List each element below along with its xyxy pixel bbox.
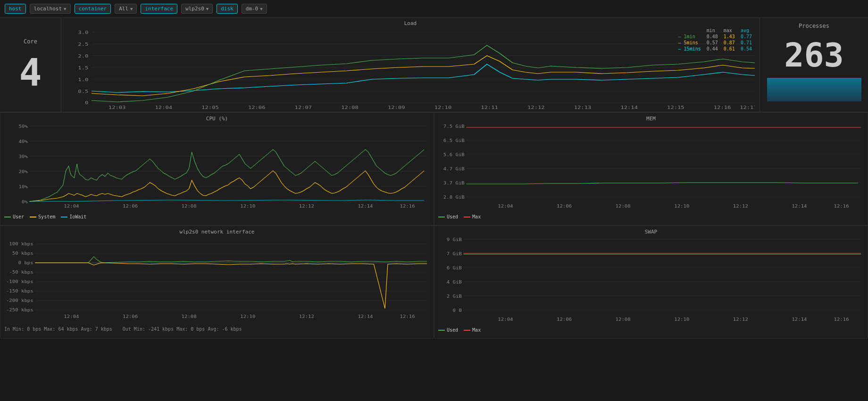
svg-text:12:08: 12:08 <box>616 204 631 209</box>
disk-text: disk <box>221 6 234 12</box>
svg-text:12:10: 12:10 <box>674 204 689 209</box>
svg-text:12:12: 12:12 <box>527 105 545 110</box>
mem-used-color <box>438 217 445 217</box>
svg-text:12:06: 12:06 <box>557 317 572 322</box>
dm0-dropdown[interactable]: dm-0 ▼ <box>242 4 267 14</box>
disk-label[interactable]: disk <box>217 4 238 14</box>
svg-text:12:07: 12:07 <box>295 105 312 110</box>
mem-max-label: Max <box>472 214 481 219</box>
svg-text:12:16: 12:16 <box>400 204 415 209</box>
svg-text:12:06: 12:06 <box>123 204 138 209</box>
swap-panel: SWAP 9 GiB 7 GiB 6 GiB 4 GiB 2 GiB 0 B 1… <box>434 226 868 339</box>
load-panel: Load 3.0 2.5 2.0 1.5 1.0 0.5 0 12:03 12:… <box>61 18 760 112</box>
svg-text:12:08: 12:08 <box>182 204 197 209</box>
processes-panel: Processes 263 <box>760 18 868 112</box>
svg-text:100 kbps: 100 kbps <box>9 242 33 246</box>
svg-text:12:12: 12:12 <box>299 314 314 319</box>
mem-legend-used: Used <box>438 214 458 219</box>
svg-text:-250 kbps: -250 kbps <box>6 308 33 312</box>
svg-text:50 kbps: 50 kbps <box>12 251 33 256</box>
core-title: Core <box>24 38 37 45</box>
mem-title: MEM <box>438 116 864 122</box>
network-legend: In Min: 0 bps Max: 64 kbps Avg: 7 kbps O… <box>4 326 430 332</box>
localhost-dropdown[interactable]: localhost ▼ <box>30 4 71 14</box>
svg-text:40%: 40% <box>19 139 28 144</box>
load-legend: min max avg — 1min 0.48 1.43 0.77 — 5min… <box>676 27 755 52</box>
mem-legend: Used Max <box>438 214 864 219</box>
cpu-legend-iowait: IoWait <box>61 214 86 219</box>
svg-text:12:04: 12:04 <box>64 204 79 209</box>
localhost-value: localhost <box>34 6 62 12</box>
svg-text:12:05: 12:05 <box>201 105 219 110</box>
cpu-panel: CPU (%) 50% 40% 30% 20% 10% 0% 12:04 12:… <box>0 112 434 226</box>
svg-text:0%: 0% <box>22 200 28 204</box>
svg-text:12:04: 12:04 <box>498 204 513 209</box>
svg-text:7 GiB: 7 GiB <box>447 251 462 256</box>
host-label[interactable]: host <box>5 4 26 14</box>
load-title: Load <box>66 20 755 26</box>
system-label: System <box>38 214 55 219</box>
svg-text:20%: 20% <box>19 169 28 174</box>
svg-text:12:16: 12:16 <box>834 204 849 209</box>
mem-legend-max: Max <box>464 214 481 219</box>
container-label[interactable]: container <box>75 4 111 14</box>
host-text: host <box>9 6 22 12</box>
network-chart: 100 kbps 50 kbps 0 bps -50 kbps -100 kbp… <box>4 237 430 324</box>
svg-text:-50 kbps: -50 kbps <box>9 270 33 275</box>
svg-text:9 GiB: 9 GiB <box>447 237 462 242</box>
svg-text:12:04: 12:04 <box>498 317 513 322</box>
swap-chart: 9 GiB 7 GiB 6 GiB 4 GiB 2 GiB 0 B 12:04 … <box>438 237 864 324</box>
svg-text:12:09: 12:09 <box>388 105 405 110</box>
top-row: Core 4 Load 3.0 2.5 2.0 1.5 1.0 0.5 0 12… <box>0 18 868 112</box>
system-color <box>30 217 36 217</box>
svg-text:6 GiB: 6 GiB <box>447 266 462 270</box>
svg-text:12:03: 12:03 <box>108 105 126 110</box>
svg-text:0: 0 <box>85 100 88 106</box>
svg-text:0 B: 0 B <box>453 308 462 313</box>
swap-max-label: Max <box>472 327 481 333</box>
all-dropdown[interactable]: All ▼ <box>115 4 137 14</box>
wlp2s0-dropdown[interactable]: wlp2s0 ▼ <box>181 4 213 14</box>
svg-text:50%: 50% <box>19 124 28 129</box>
svg-text:1.5: 1.5 <box>78 66 88 71</box>
wlp2s0-value: wlp2s0 <box>185 6 204 12</box>
svg-text:2.5: 2.5 <box>78 42 88 47</box>
topbar: host localhost ▼ container All ▼ interfa… <box>0 0 868 18</box>
svg-text:2.8 GiB: 2.8 GiB <box>443 195 465 200</box>
svg-text:12:04: 12:04 <box>64 314 79 319</box>
cpu-title: CPU (%) <box>4 116 430 122</box>
core-value: 4 <box>19 54 42 92</box>
svg-text:12:10: 12:10 <box>240 204 255 209</box>
iowait-label: IoWait <box>69 214 86 219</box>
mem-panel: MEM 7.5 GiB 6.5 GiB 5.6 GiB 4.7 GiB 3.7 … <box>434 112 868 226</box>
svg-text:3.0: 3.0 <box>78 30 88 35</box>
svg-text:12:16: 12:16 <box>834 317 849 322</box>
svg-text:2.0: 2.0 <box>78 54 88 59</box>
localhost-chevron: ▼ <box>64 7 66 11</box>
load-chart: 3.0 2.5 2.0 1.5 1.0 0.5 0 12:03 12:04 12… <box>66 27 755 110</box>
svg-text:-150 kbps: -150 kbps <box>6 289 33 293</box>
svg-text:12:06: 12:06 <box>248 105 266 110</box>
svg-text:12:06: 12:06 <box>123 314 138 319</box>
svg-text:12:16: 12:16 <box>714 105 731 110</box>
dm0-chevron: ▼ <box>260 7 262 11</box>
interface-label[interactable]: interface <box>141 4 177 14</box>
processes-title: Processes <box>799 23 829 29</box>
cpu-legend: User System IoWait <box>4 214 430 219</box>
processes-chart <box>767 75 861 101</box>
svg-text:10%: 10% <box>19 184 28 189</box>
svg-text:5.6 GiB: 5.6 GiB <box>443 152 465 157</box>
dm0-value: dm-0 <box>246 6 259 12</box>
swap-legend: Used Max <box>438 327 864 333</box>
user-color <box>4 217 11 217</box>
svg-text:12:12: 12:12 <box>733 204 748 209</box>
svg-text:12:12: 12:12 <box>733 317 748 322</box>
svg-text:30%: 30% <box>19 154 28 159</box>
network-in-legend: In Min: 0 bps Max: 64 kbps Avg: 7 kbps <box>4 326 112 332</box>
swap-legend-max: Max <box>464 327 481 333</box>
svg-text:12:14: 12:14 <box>792 317 807 322</box>
swap-used-color <box>438 330 445 331</box>
cpu-chart: 50% 40% 30% 20% 10% 0% 12:04 12:06 12:08… <box>4 124 430 211</box>
network-title: wlp2s0 network interface <box>4 229 430 235</box>
swap-used-label: Used <box>447 327 458 333</box>
